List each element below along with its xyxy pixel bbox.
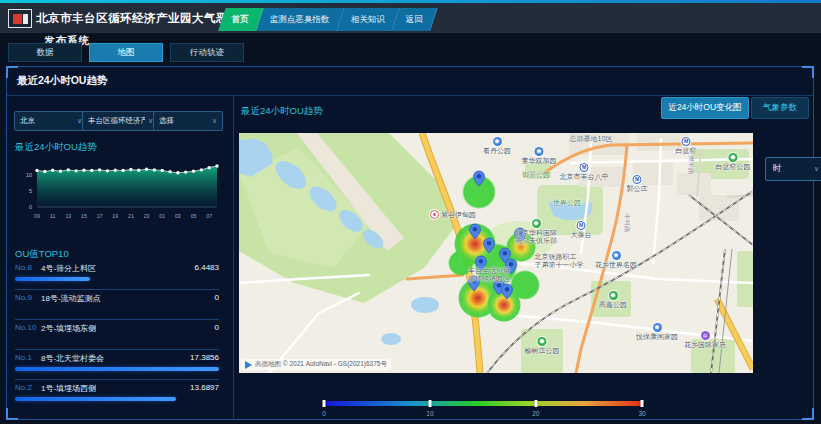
main-nav: 首页监测点恶臭指数相关知识返回	[218, 8, 437, 31]
legend-tick-label: 30	[638, 410, 645, 417]
park-icon: ♣	[532, 219, 541, 228]
nav-tab[interactable]: 返回	[392, 8, 437, 31]
nav-tab[interactable]: 相关知识	[337, 8, 399, 31]
rank-bar	[15, 397, 176, 401]
ou-change-map-button[interactable]: 近24小时OU变化图	[661, 97, 749, 119]
svg-text:5: 5	[29, 188, 32, 194]
point-value: 13.6897	[190, 383, 219, 392]
svg-text:01: 01	[159, 213, 165, 219]
amap-logo-icon	[245, 361, 252, 369]
scenic-icon: ★	[535, 147, 544, 156]
chevron-down-icon: ∨	[212, 117, 217, 125]
map-label: ★花乡世界名园	[595, 251, 637, 269]
svg-text:21: 21	[128, 213, 134, 219]
svg-text:07: 07	[206, 213, 212, 219]
rank-label: No.10	[15, 323, 36, 332]
shopping-icon: ⌂	[701, 331, 710, 340]
ou-top10-list: No.84号-筛分上料区6.4483No.918号-流动监测点0No.102号-…	[15, 260, 219, 409]
rank-row: No.84号-筛分上料区6.4483	[15, 260, 219, 290]
rank-bar	[15, 277, 90, 281]
map-label: ⌂花乡国际家居	[684, 331, 726, 349]
metro-icon: M	[633, 175, 642, 184]
legend-tick-label: 10	[426, 410, 433, 417]
point-name: 1号-填埋场西侧	[41, 383, 96, 394]
park-icon: ♣	[609, 291, 618, 300]
corner-accent	[6, 408, 18, 420]
rank-label: No.2	[15, 383, 32, 392]
corner-accent	[802, 408, 814, 420]
corner-accent	[802, 66, 814, 78]
legend-tick	[323, 400, 326, 407]
map-label: ♣白盆窑公园	[716, 153, 751, 171]
publish-tab[interactable]: 地图	[89, 43, 163, 62]
svg-text:15: 15	[81, 213, 87, 219]
rank-label: No.1	[15, 353, 32, 362]
map-label: ★悦保康闲家园	[636, 323, 678, 341]
svg-text:17: 17	[97, 213, 103, 219]
dashboard: 北京市丰台区循环经济产业园大气恶臭状况实时 首页监测点恶臭指数相关知识返回 发布…	[0, 0, 821, 424]
point-value: 6.4483	[195, 263, 219, 272]
map-label: 总部基地10区	[570, 135, 613, 143]
map-label: ★董华双加园	[522, 147, 557, 165]
publish-tabs: 数据地图行动轨迹	[8, 43, 244, 62]
metro-icon: M	[682, 137, 691, 146]
svg-text:11: 11	[50, 213, 55, 219]
svg-text:10: 10	[26, 172, 32, 178]
panel-title: 最近24小时OU趋势	[17, 74, 107, 88]
svg-text:13: 13	[65, 213, 71, 219]
filter-select[interactable]: 选择∨	[153, 111, 223, 131]
scenic-icon: ★	[493, 137, 502, 146]
map-label: 丰台生活垃圾循环经济园区	[468, 267, 510, 282]
map-canvas[interactable]: ★看丹公园总部基地10区★董华双加园M白盆窑♣白盆窑公园御景公园M北京市丰台八中…	[239, 133, 753, 373]
metro-icon: M	[577, 221, 586, 230]
rank-label: No.9	[15, 293, 32, 302]
filter-select[interactable]: 丰台区循环经济产∨	[82, 111, 159, 131]
rank-row: No.918号-流动监测点0	[15, 290, 219, 320]
map-attribution: 高德地图 © 2021 AutoNavi - GS(2021)6375号	[241, 359, 391, 370]
map-label: ♣高鑫公园	[599, 291, 627, 309]
point-name: 4号-筛分上料区	[41, 263, 96, 274]
legend-tick	[534, 400, 537, 407]
app-logo-icon	[8, 9, 32, 28]
svg-text:19: 19	[112, 213, 118, 219]
rank-row: No.102号-填埋场东侧0	[15, 320, 219, 350]
map-label: ♣榆树庄公园	[525, 337, 560, 355]
ou-color-scale: 0102030	[324, 401, 642, 406]
legend-tick-label: 20	[532, 410, 539, 417]
chevron-down-icon: ∨	[814, 165, 819, 173]
point-name: 18号-流动监测点	[41, 293, 101, 304]
metro-icon: M	[580, 163, 589, 172]
map-label: M白盆窑	[676, 137, 697, 155]
rank-row: No.21号-填埋场西侧13.6897	[15, 380, 219, 409]
rank-label: No.8	[15, 263, 32, 272]
map-label: ♣北京华科国际高尔夫俱乐部	[515, 219, 557, 244]
publish-tab[interactable]: 行动轨迹	[170, 43, 244, 62]
time-unit-select[interactable]: 时 ∨	[765, 157, 821, 181]
point-value: 17.3856	[190, 353, 219, 362]
filter-select[interactable]: 北京∨	[14, 111, 88, 131]
scenic-icon: ★	[653, 323, 662, 332]
nav-tab[interactable]: 监测点恶臭指数	[256, 8, 344, 31]
park-icon: ♣	[538, 337, 547, 346]
svg-text:03: 03	[175, 213, 181, 219]
map-label: 御景公园	[522, 171, 550, 179]
svg-text:23: 23	[144, 213, 150, 219]
top-header: 北京市丰台区循环经济产业园大气恶臭状况实时 首页监测点恶臭指数相关知识返回	[0, 0, 821, 33]
divider	[233, 95, 234, 419]
scenic-red-icon	[430, 210, 439, 219]
scenic-icon: ★	[612, 251, 621, 260]
map-label: 紫谷伊甸园	[430, 210, 476, 219]
legend-tick	[428, 400, 431, 407]
point-value: 0	[215, 323, 219, 332]
weather-params-button[interactable]: 气象参数	[751, 97, 809, 119]
map-label: 世界公园	[553, 199, 581, 207]
legend-tick	[641, 400, 644, 407]
point-name: 2号-填埋场东侧	[41, 323, 96, 334]
point-name: 8号-北天堂村委会	[41, 353, 104, 364]
svg-text:09: 09	[34, 213, 40, 219]
publish-tab[interactable]: 数据	[8, 43, 82, 62]
map-subtitle: 最近24小时OU趋势	[241, 105, 323, 118]
divider	[7, 95, 813, 96]
rank-row: No.18号-北天堂村委会17.3856	[15, 350, 219, 380]
map-label: 北京铁路职工子弟第十一小学	[535, 253, 584, 268]
